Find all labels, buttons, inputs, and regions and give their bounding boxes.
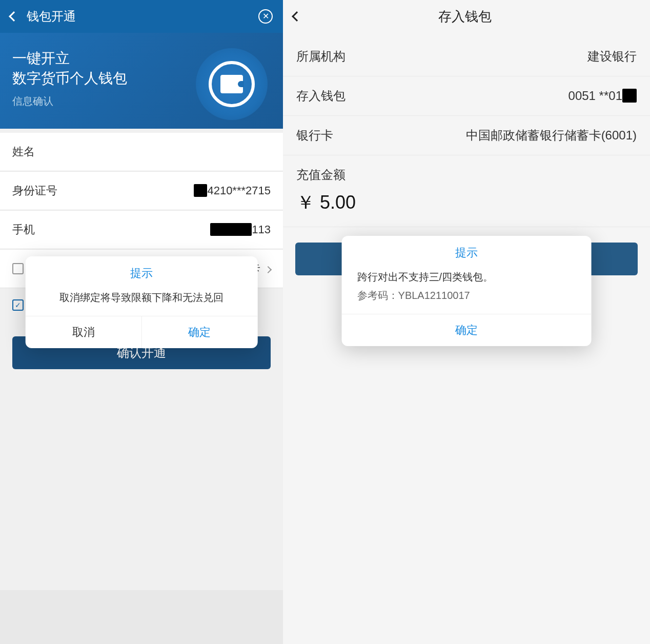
- banner: 一键开立 数字货币个人钱包 信息确认: [0, 33, 283, 129]
- screen-wallet-open: 钱包开通 ✕ 一键开立 数字货币个人钱包 信息确认 姓名 身份证号 xx4210…: [0, 0, 283, 644]
- dialog-title: 提示: [342, 236, 592, 266]
- row-wallet[interactable]: 存入钱包 0051 **01xx: [283, 76, 650, 116]
- id-value: xx4210***2715: [194, 184, 271, 197]
- screen-deposit: 存入钱包 所属机构 建设银行 存入钱包 0051 **01xx 银行卡 中国邮政…: [283, 0, 650, 644]
- dialog-right: 提示 跨行对出不支持三/四类钱包。 参考码：YBLA12110017 确定: [342, 236, 592, 346]
- row-org: 所属机构 建设银行: [283, 37, 650, 76]
- agree-checkbox[interactable]: ✓: [12, 299, 24, 311]
- dialog-body: 取消绑定将导致限额下降和无法兑回: [26, 286, 258, 316]
- dialog-ok-button[interactable]: 确定: [141, 316, 258, 348]
- amount-label: 充值金额: [283, 155, 650, 188]
- org-value: 建设银行: [587, 48, 637, 65]
- wallet-graphic: [196, 48, 268, 120]
- form: 姓名 身份证号 xx4210***2715 手机 xxxxxxx113 绑 卡 …: [0, 129, 283, 590]
- row-card[interactable]: 银行卡 中国邮政储蓄银行储蓄卡(6001): [283, 116, 650, 155]
- header-title: 钱包开通: [27, 8, 76, 25]
- id-label: 身份证号: [12, 183, 57, 198]
- dialog-title: 提示: [26, 256, 258, 286]
- close-icon[interactable]: ✕: [258, 9, 273, 24]
- row-phone[interactable]: 手机 xxxxxxx113: [0, 211, 283, 249]
- chevron-right-icon: [265, 266, 272, 273]
- bind-checkbox[interactable]: [12, 263, 24, 274]
- phone-value: xxxxxxx113: [210, 223, 271, 236]
- dialog-ok-button[interactable]: 确定: [342, 314, 592, 346]
- wallet-label: 存入钱包: [296, 88, 346, 104]
- dialog-body-line2: 参考码：YBLA12110017: [357, 287, 576, 304]
- name-label: 姓名: [12, 144, 35, 159]
- row-id[interactable]: 身份证号 xx4210***2715: [0, 172, 283, 210]
- amount-value[interactable]: ￥ 5.00: [283, 188, 650, 227]
- wallet-icon: [220, 75, 243, 93]
- dialog-body: 跨行对出不支持三/四类钱包。 参考码：YBLA12110017: [342, 266, 592, 314]
- header-title: 存入钱包: [300, 8, 629, 26]
- back-icon[interactable]: [9, 11, 19, 22]
- card-value: 中国邮政储蓄银行储蓄卡(6001): [466, 128, 637, 142]
- dialog-left: 提示 取消绑定将导致限额下降和无法兑回 取消 确定: [26, 256, 258, 348]
- dialog-cancel-button[interactable]: 取消: [26, 316, 141, 348]
- wallet-value: 0051 **01xx: [568, 89, 637, 103]
- row-name[interactable]: 姓名: [0, 133, 283, 171]
- dialog-body-line1: 跨行对出不支持三/四类钱包。: [357, 269, 576, 285]
- header-left: 钱包开通 ✕: [0, 0, 283, 33]
- header-right: 存入钱包: [283, 0, 650, 33]
- card-label: 银行卡: [296, 127, 333, 144]
- phone-label: 手机: [12, 222, 35, 237]
- org-label: 所属机构: [296, 48, 346, 65]
